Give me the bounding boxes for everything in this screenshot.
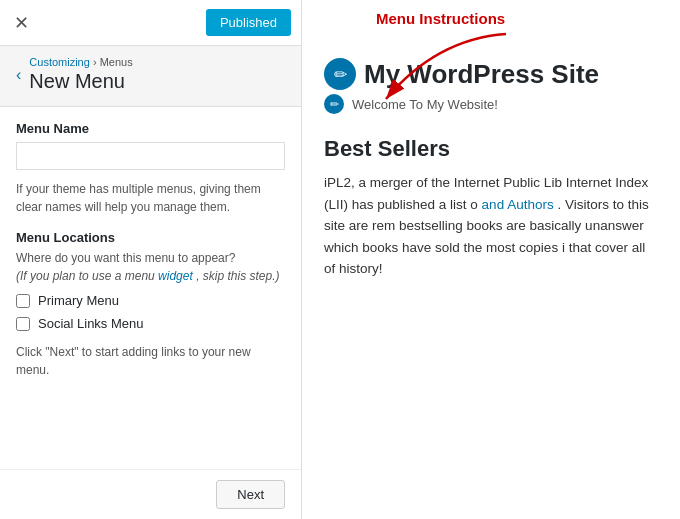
back-button[interactable]: ‹ [16, 67, 21, 83]
best-sellers-section: Best Sellers iPL2, a merger of the Inter… [324, 136, 658, 280]
menu-name-label: Menu Name [16, 121, 285, 136]
form-content: Menu Name If your theme has multiple men… [0, 107, 301, 469]
breadcrumb-arrow: › [93, 56, 100, 68]
menu-name-help: If your theme has multiple menus, giving… [16, 180, 285, 216]
breadcrumb-menus: Menus [100, 56, 133, 68]
best-sellers-link[interactable]: and Authors [482, 197, 554, 212]
social-links-row: Social Links Menu [16, 316, 285, 331]
right-panel: Menu Instructions ✏ My WordPress Site ✏ … [302, 0, 680, 519]
social-links-label[interactable]: Social Links Menu [38, 316, 144, 331]
site-icon: ✏ [324, 58, 356, 90]
close-button[interactable]: ✕ [10, 14, 33, 32]
primary-menu-label[interactable]: Primary Menu [38, 293, 119, 308]
top-bar: ✕ Published [0, 0, 301, 46]
location-help-text1: Where do you want this menu to appear? [16, 251, 235, 265]
best-sellers-title: Best Sellers [324, 136, 658, 162]
published-button[interactable]: Published [206, 9, 291, 36]
next-button-row: Next [0, 469, 301, 519]
primary-menu-checkbox[interactable] [16, 294, 30, 308]
next-button[interactable]: Next [216, 480, 285, 509]
breadcrumb-customizing[interactable]: Customizing [29, 56, 90, 68]
best-sellers-text: iPL2, a merger of the Internet Public Li… [324, 172, 658, 280]
location-help: Where do you want this menu to appear? (… [16, 249, 285, 285]
widget-link[interactable]: widget [158, 269, 193, 283]
site-title: My WordPress Site [364, 59, 599, 90]
site-tagline: Welcome To My Website! [352, 97, 498, 112]
breadcrumb-content: Customizing › Menus New Menu [29, 56, 132, 94]
left-panel: ✕ Published ‹ Customizing › Menus New Me… [0, 0, 302, 519]
bottom-note: Click "Next" to start adding links to yo… [16, 343, 285, 379]
social-links-checkbox[interactable] [16, 317, 30, 331]
location-help-text2: (If you plan to use a menu [16, 269, 155, 283]
location-help-text3: , skip this step.) [196, 269, 279, 283]
breadcrumb-trail: Customizing › Menus [29, 56, 132, 68]
menu-locations-title: Menu Locations [16, 230, 285, 245]
site-tagline-icon: ✏ [324, 94, 344, 114]
site-header: ✏ My WordPress Site [324, 58, 658, 90]
breadcrumb-section: ‹ Customizing › Menus New Menu [0, 46, 301, 107]
site-tagline-row: ✏ Welcome To My Website! [324, 94, 658, 114]
menu-instructions-label: Menu Instructions [376, 10, 505, 27]
menu-name-input[interactable] [16, 142, 285, 170]
primary-menu-row: Primary Menu [16, 293, 285, 308]
page-title: New Menu [29, 68, 132, 94]
